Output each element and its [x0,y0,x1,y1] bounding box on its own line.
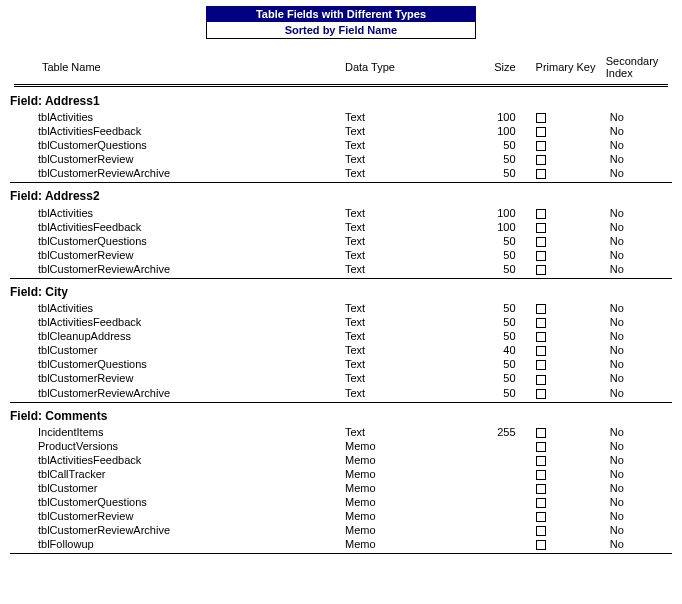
cell-primary-key [532,315,602,329]
cell-secondary-index: No [602,467,672,481]
cell-size: 50 [471,371,531,385]
col-data-type: Data Type [341,53,471,83]
table-row: tblActivitiesFeedbackText50No [10,315,672,329]
cell-size: 100 [471,124,531,138]
cell-secondary-index: No [602,453,672,467]
cell-primary-key [532,481,602,495]
cell-data-type: Text [341,166,471,180]
checkbox-icon [536,442,546,452]
cell-data-type: Memo [341,523,471,537]
table-row: tblActivitiesText100No [10,110,672,124]
cell-data-type: Text [341,301,471,315]
table-row: tblCustomerMemoNo [10,481,672,495]
cell-size: 50 [471,138,531,152]
table-row: tblCustomerReviewMemoNo [10,509,672,523]
table-row: tblCustomerReviewText50No [10,248,672,262]
cell-table-name: tblActivitiesFeedback [10,315,341,329]
cell-primary-key [532,509,602,523]
cell-secondary-index: No [602,315,672,329]
cell-table-name: tblCleanupAddress [10,329,341,343]
report-header: Table Fields with Different Types Sorted… [206,6,476,39]
col-table-name: Table Name [10,53,341,83]
cell-primary-key [532,124,602,138]
cell-secondary-index: No [602,481,672,495]
cell-data-type: Memo [341,439,471,453]
table-row: tblActivitiesText50No [10,301,672,315]
cell-data-type: Text [341,425,471,439]
cell-data-type: Text [341,110,471,124]
checkbox-icon [536,209,546,219]
cell-secondary-index: No [602,124,672,138]
table-row: tblActivitiesFeedbackMemoNo [10,453,672,467]
cell-primary-key [532,248,602,262]
table-row: ProductVersionsMemoNo [10,439,672,453]
checkbox-icon [536,237,546,247]
cell-data-type: Memo [341,509,471,523]
cell-size [471,453,531,467]
table-row: tblFollowupMemoNo [10,537,672,551]
cell-table-name: tblCustomer [10,343,341,357]
cell-size: 50 [471,248,531,262]
cell-data-type: Memo [341,453,471,467]
cell-primary-key [532,262,602,276]
cell-size: 50 [471,152,531,166]
checkbox-icon [536,456,546,466]
field-group-label: Field: Address1 [10,88,672,110]
fields-table: Table Name Data Type Size Primary Key Se… [10,53,672,554]
field-group-heading: Field: Address1 [10,88,672,110]
cell-secondary-index: No [602,138,672,152]
cell-primary-key [532,138,602,152]
header-separator [14,84,668,87]
checkbox-icon [536,169,546,179]
cell-size: 50 [471,386,531,400]
field-group-heading: Field: Comments [10,403,672,425]
table-row: tblCustomerQuestionsText50No [10,234,672,248]
cell-size: 40 [471,343,531,357]
report-title: Table Fields with Different Types [206,6,476,22]
cell-data-type: Memo [341,481,471,495]
cell-size [471,509,531,523]
cell-secondary-index: No [602,537,672,551]
checkbox-icon [536,470,546,480]
cell-secondary-index: No [602,357,672,371]
cell-primary-key [532,439,602,453]
checkbox-icon [536,141,546,151]
table-row: tblCustomerReviewText50No [10,371,672,385]
cell-secondary-index: No [602,329,672,343]
cell-size: 50 [471,329,531,343]
cell-secondary-index: No [602,166,672,180]
checkbox-icon [536,155,546,165]
cell-size: 100 [471,205,531,219]
cell-primary-key [532,537,602,551]
cell-primary-key [532,425,602,439]
cell-primary-key [532,152,602,166]
table-row: tblCustomerReviewArchiveText50No [10,166,672,180]
cell-secondary-index: No [602,110,672,124]
table-row: tblCustomerReviewArchiveMemoNo [10,523,672,537]
cell-table-name: tblCustomerQuestions [10,495,341,509]
cell-data-type: Text [341,220,471,234]
checkbox-icon [536,375,546,385]
cell-primary-key [532,371,602,385]
checkbox-icon [536,346,546,356]
cell-secondary-index: No [602,386,672,400]
cell-size [471,439,531,453]
cell-data-type: Text [341,248,471,262]
cell-primary-key [532,234,602,248]
cell-secondary-index: No [602,439,672,453]
cell-data-type: Text [341,234,471,248]
cell-data-type: Text [341,371,471,385]
cell-secondary-index: No [602,343,672,357]
cell-table-name: tblCustomerQuestions [10,357,341,371]
cell-table-name: tblCustomerReviewArchive [10,523,341,537]
table-row: tblActivitiesText100No [10,205,672,219]
cell-primary-key [532,110,602,124]
cell-data-type: Memo [341,467,471,481]
cell-table-name: tblCustomerQuestions [10,234,341,248]
checkbox-icon [536,512,546,522]
column-header-row: Table Name Data Type Size Primary Key Se… [10,53,672,83]
cell-size: 50 [471,262,531,276]
cell-size [471,537,531,551]
cell-primary-key [532,453,602,467]
cell-data-type: Memo [341,537,471,551]
